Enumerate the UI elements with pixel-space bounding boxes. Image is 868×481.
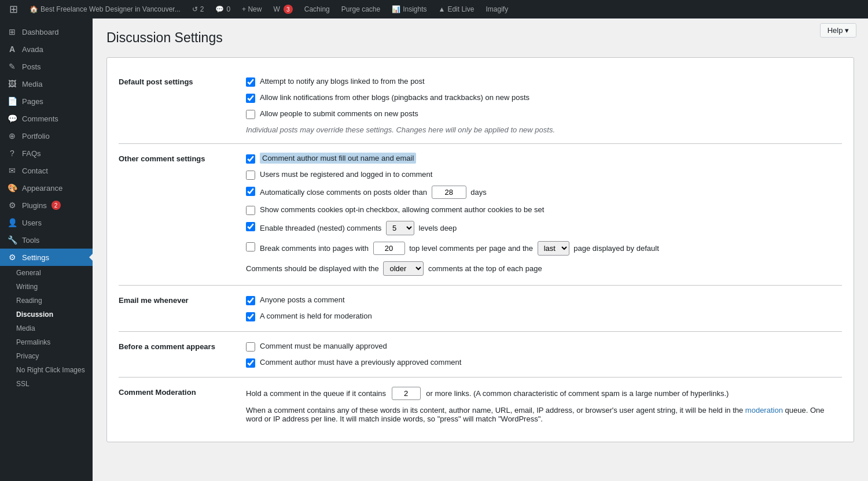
sidebar-item-settings[interactable]: ⚙ Settings [0,249,93,266]
main-content: Help ▾ Discussion Settings Default post … [93,18,868,481]
contact-icon: ✉ [7,166,17,175]
label-display-order: Comments should be displayed with the ol… [246,261,542,276]
checkbox-row-break-pages: Break comments into pages with top level… [246,241,842,256]
section-label-before-appears: Before a comment appears [119,341,246,368]
adminbar-new[interactable]: + New [237,0,266,18]
checkbox-row-held-moderation: A comment is held for moderation [246,311,842,321]
users-icon: 👤 [7,218,17,227]
sidebar-item-users[interactable]: 👤 Users [0,214,93,231]
sidebar-sub-no-right-click[interactable]: No Right Click Images [0,363,93,377]
sidebar-item-comments[interactable]: 💬 Comments [0,110,93,127]
label-allow-comments[interactable]: Allow people to submit comments on new p… [260,109,418,119]
checkbox-link-notifications[interactable] [246,94,255,103]
select-thread-depth[interactable]: 12345678910 [386,221,414,235]
label-anyone-posts[interactable]: Anyone posts a comment [260,295,345,305]
sidebar-item-appearance[interactable]: 🎨 Appearance [0,179,93,197]
sidebar-sub-reading[interactable]: Reading [0,294,93,308]
moderation-queue-link[interactable]: moderation [745,406,783,415]
sidebar-item-tools[interactable]: 🔧 Tools [0,231,93,249]
checkbox-notify-blogs[interactable] [246,77,255,87]
comments-icon: 💬 [7,114,17,123]
section-moderation: Comment Moderation Hold a comment in the… [119,377,842,432]
settings-form: Default post settings Attempt to notify … [106,57,854,442]
sidebar-item-avada[interactable]: A Avada [0,40,93,58]
adminbar-purge-cache[interactable]: Purge cache [337,0,385,18]
checkbox-held-moderation[interactable] [246,312,255,321]
sidebar-sub-media[interactable]: Media [0,321,93,335]
label-threaded[interactable]: Enable threaded (nested) comments 123456… [260,221,457,235]
label-break-pages[interactable]: Break comments into pages with top level… [260,241,659,256]
checkbox-break-pages[interactable] [246,242,255,251]
adminbar-site-name[interactable]: 🏠 Best Freelance Web Designer in Vancouv… [25,0,185,18]
adminbar-imagify[interactable]: Imagify [481,0,513,18]
checkbox-prev-approved[interactable] [246,358,255,368]
label-held-moderation[interactable]: A comment is held for moderation [260,311,372,321]
posts-icon: ✎ [7,62,17,71]
section-other-comment: Other comment settings Comment author mu… [119,143,842,286]
checkbox-auto-close[interactable] [246,187,255,196]
sidebar-item-media[interactable]: 🖼 Media [0,75,93,92]
section-label-other-comment: Other comment settings [119,153,246,276]
label-auto-close[interactable]: Automatically close comments on posts ol… [260,186,487,199]
checkbox-row-author-name: Comment author must fill out name and em… [246,153,842,164]
page-title: Discussion Settings [106,30,854,46]
sidebar-item-portfolio[interactable]: ⊕ Portfolio [0,127,93,145]
help-button[interactable]: Help ▾ [820,23,856,38]
moderation-hold-text: Hold a comment in the queue if it contai… [246,387,842,400]
select-page-order[interactable]: firstlast [538,241,569,256]
sidebar: ⊞ Dashboard A Avada ✎ Posts 🖼 Media 📄 Pa… [0,18,93,481]
media-icon: 🖼 [7,79,17,88]
checkbox-allow-comments[interactable] [246,110,255,119]
sidebar-item-plugins[interactable]: ⚙ Plugins 2 [0,197,93,214]
label-manually-approved[interactable]: Comment must be manually approved [260,341,387,352]
checkbox-cookies-opt[interactable] [246,206,255,215]
section-label-default-post: Default post settings [119,76,246,134]
dashboard-icon: ⊞ [7,27,17,36]
checkbox-row-allow-comments: Allow people to submit comments on new p… [246,109,842,119]
label-registered[interactable]: Users must be registered and logged in t… [260,169,432,180]
sidebar-item-dashboard[interactable]: ⊞ Dashboard [0,23,93,40]
sidebar-sub-permalinks[interactable]: Permalinks [0,335,93,349]
label-link-notifications[interactable]: Allow link notifications from other blog… [260,92,529,103]
checkbox-author-name-email[interactable] [246,154,255,164]
sidebar-sub-discussion[interactable]: Discussion [0,308,93,321]
input-moderation-links[interactable] [392,387,421,400]
label-cookies-opt[interactable]: Show comments cookies opt-in checkbox, a… [260,205,544,215]
select-comment-order[interactable]: oldernewer [383,261,424,276]
sidebar-sub-general[interactable]: General [0,266,93,280]
label-prev-approved[interactable]: Comment author must have a previously ap… [260,357,461,368]
checkbox-threaded[interactable] [246,222,255,231]
label-author-name-email[interactable]: Comment author must fill out name and em… [260,153,416,164]
adminbar-woocommerce[interactable]: W 3 [269,0,297,18]
sidebar-sub-writing[interactable]: Writing [0,280,93,294]
adminbar-comments[interactable]: 💬 0 [211,0,235,18]
adminbar-revisions[interactable]: ↺ 2 [187,0,209,18]
checkbox-row-registered: Users must be registered and logged in t… [246,169,842,180]
adminbar-insights[interactable]: 📊 Insights [387,0,431,18]
sidebar-item-pages[interactable]: 📄 Pages [0,92,93,110]
section-label-moderation: Comment Moderation [119,387,246,423]
adminbar-edit-live[interactable]: ▲ Edit Live [434,0,479,18]
checkbox-row-manually-approved: Comment must be manually approved [246,341,842,352]
tools-icon: 🔧 [7,235,17,245]
checkbox-registered[interactable] [246,171,255,180]
section-content-moderation: Hold a comment in the queue if it contai… [246,387,842,423]
moderation-words-text: When a comment contains any of these wor… [246,406,842,423]
sidebar-item-faqs[interactable]: ? FAQs [0,145,93,162]
portfolio-icon: ⊕ [7,131,17,140]
input-days[interactable] [432,186,466,199]
adminbar-caching[interactable]: Caching [300,0,334,18]
sidebar-sub-ssl[interactable]: SSL [0,377,93,391]
sidebar-sub-privacy[interactable]: Privacy [0,349,93,363]
label-notify-blogs[interactable]: Attempt to notify any blogs linked to fr… [260,76,425,87]
sidebar-item-posts[interactable]: ✎ Posts [0,58,93,75]
checkbox-anyone-posts[interactable] [246,296,255,305]
section-label-email-whenever: Email me whenever [119,295,246,321]
input-per-page[interactable] [373,242,405,255]
checkbox-row-prev-approved: Comment author must have a previously ap… [246,357,842,368]
checkbox-manually-approved[interactable] [246,342,255,352]
checkbox-row-threaded: Enable threaded (nested) comments 123456… [246,221,842,235]
sidebar-item-contact[interactable]: ✉ Contact [0,162,93,179]
section-content-default-post: Attempt to notify any blogs linked to fr… [246,76,842,134]
adminbar-logo[interactable]: ⊞ [5,0,23,18]
